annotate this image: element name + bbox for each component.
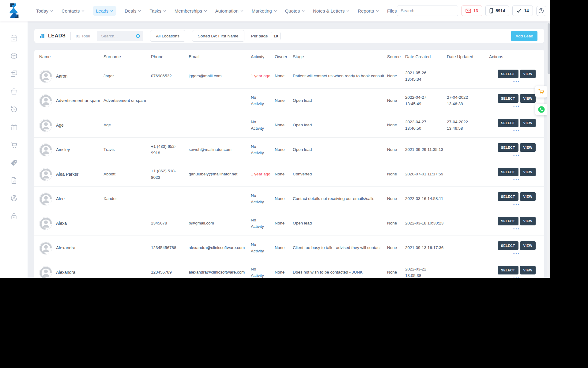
nav-item-reports[interactable]: Reports: [358, 8, 379, 13]
nav-item-marketing[interactable]: Marketing: [252, 8, 277, 13]
select-button[interactable]: SELECT: [498, 119, 518, 127]
view-button[interactable]: VIEW: [520, 143, 536, 152]
help-button[interactable]: [536, 6, 546, 16]
lead-owner: None: [275, 220, 293, 227]
view-button[interactable]: VIEW: [520, 217, 536, 225]
topbar-actions: 13 5914 14 LONDON SUPPORT: [397, 4, 550, 17]
lead-name[interactable]: Alexandra: [56, 245, 75, 251]
nav-item-today[interactable]: Today: [36, 8, 53, 13]
column-header[interactable]: Surname: [104, 54, 151, 59]
lead-activity: 1 year ago: [251, 73, 275, 79]
lead-owner: None: [275, 147, 293, 153]
select-button[interactable]: SELECT: [498, 94, 518, 103]
avatar: [39, 168, 52, 181]
history-icon[interactable]: [10, 105, 18, 113]
chevron-down-icon: [81, 10, 85, 12]
more-actions-button[interactable]: •••: [513, 179, 520, 181]
select-button[interactable]: SELECT: [498, 217, 518, 225]
chevron-down-icon: [50, 10, 53, 12]
svg-text:12: 12: [13, 38, 15, 41]
lead-name[interactable]: Alee: [56, 196, 65, 202]
search-ring-icon[interactable]: [136, 34, 140, 38]
gift-icon[interactable]: [10, 123, 18, 131]
select-button[interactable]: SELECT: [498, 143, 518, 152]
cart-widget-button[interactable]: [535, 86, 548, 98]
nav-item-tasks[interactable]: Tasks: [149, 8, 166, 13]
app-logo[interactable]: [8, 3, 21, 19]
nav-item-deals[interactable]: Deals: [125, 8, 141, 13]
select-button[interactable]: SELECT: [498, 266, 518, 274]
column-header[interactable]: Source: [387, 54, 405, 59]
lead-name[interactable]: Aaron: [56, 73, 67, 80]
more-actions-button[interactable]: •••: [513, 154, 520, 157]
view-button[interactable]: VIEW: [520, 241, 536, 250]
per-page-input[interactable]: [271, 32, 281, 40]
nav-item-quotes[interactable]: Quotes: [285, 8, 305, 13]
lead-name[interactable]: Advertisement or spam: [56, 98, 100, 104]
cart-icon[interactable]: [10, 141, 18, 149]
column-header[interactable]: Activity: [251, 54, 275, 59]
user-sync-icon[interactable]: [10, 194, 18, 202]
view-button[interactable]: VIEW: [520, 192, 536, 201]
mail-badge[interactable]: 13: [462, 6, 482, 16]
view-button[interactable]: VIEW: [520, 266, 536, 274]
nav-item-files[interactable]: Files: [387, 8, 397, 13]
price-tag-icon[interactable]: $: [10, 159, 18, 167]
column-header[interactable]: Owner: [275, 54, 293, 59]
tasks-badge[interactable]: 14: [512, 6, 533, 16]
phone-badge[interactable]: 5914: [485, 6, 509, 16]
nav-item-notes-letters[interactable]: Notes & Letters: [313, 8, 349, 13]
whatsapp-button[interactable]: [535, 104, 548, 115]
nav-item-contacts[interactable]: Contacts: [62, 8, 85, 13]
more-actions-button[interactable]: •••: [513, 203, 520, 206]
avatar: [39, 144, 52, 156]
more-actions-button[interactable]: •••: [513, 252, 520, 255]
select-button[interactable]: SELECT: [498, 241, 518, 250]
column-header[interactable]: Date Updated: [447, 54, 489, 59]
locations-filter[interactable]: All Locations: [150, 30, 185, 42]
lead-activity: No Activity: [251, 144, 275, 156]
select-button[interactable]: SELECT: [498, 192, 518, 201]
more-actions-button[interactable]: •••: [513, 81, 520, 83]
more-actions-button[interactable]: •••: [513, 130, 520, 132]
lead-name[interactable]: Ainsley: [56, 147, 70, 153]
more-actions-button[interactable]: •••: [513, 105, 520, 108]
lead-name[interactable]: Age: [56, 122, 64, 129]
leads-search-input[interactable]: [101, 34, 136, 38]
lock-icon[interactable]: [10, 212, 18, 220]
more-actions-button[interactable]: •••: [513, 277, 520, 278]
add-lead-button[interactable]: Add Lead: [511, 31, 537, 41]
lead-name[interactable]: Alea Parker: [56, 171, 78, 178]
calendar-icon[interactable]: 12: [10, 34, 18, 42]
nav-item-leads[interactable]: Leads: [93, 6, 116, 16]
sort-filter[interactable]: Sorted By: First Name: [192, 30, 244, 42]
select-button[interactable]: SELECT: [498, 70, 518, 78]
view-button[interactable]: VIEW: [520, 119, 536, 127]
nav-item-memberships[interactable]: Memberships: [175, 8, 207, 13]
copy-icon[interactable]: [10, 70, 18, 78]
select-button[interactable]: SELECT: [498, 168, 518, 176]
global-search-input[interactable]: [397, 8, 458, 13]
view-button[interactable]: VIEW: [520, 70, 536, 78]
view-button[interactable]: VIEW: [520, 94, 536, 103]
column-header[interactable]: Name: [34, 54, 104, 59]
column-header[interactable]: Email: [189, 54, 251, 59]
more-actions-button[interactable]: •••: [513, 228, 520, 230]
nav-item-automation[interactable]: Automation: [215, 8, 243, 13]
report-icon[interactable]: [10, 177, 18, 184]
table-row: Ainsley Travis +1 (433) 652- 9918 sewoh@…: [34, 138, 544, 162]
column-header[interactable]: Date Created: [405, 54, 447, 59]
shopping-bag-icon[interactable]: [10, 88, 18, 95]
package-icon[interactable]: [10, 52, 18, 60]
column-header[interactable]: Phone: [151, 54, 189, 59]
lead-name[interactable]: Alexandra: [56, 269, 75, 276]
column-header[interactable]: Stage: [293, 54, 387, 59]
vertical-scrollbar[interactable]: [547, 21, 550, 278]
view-button[interactable]: VIEW: [520, 168, 536, 176]
scrollbar-thumb[interactable]: [548, 23, 550, 74]
lead-surname: Jager: [104, 73, 151, 79]
lead-name[interactable]: Alexa: [56, 220, 67, 227]
lead-phone: 12345456788: [151, 245, 189, 251]
lead-surname: Travis: [104, 147, 151, 153]
column-header[interactable]: Actions: [489, 54, 544, 59]
